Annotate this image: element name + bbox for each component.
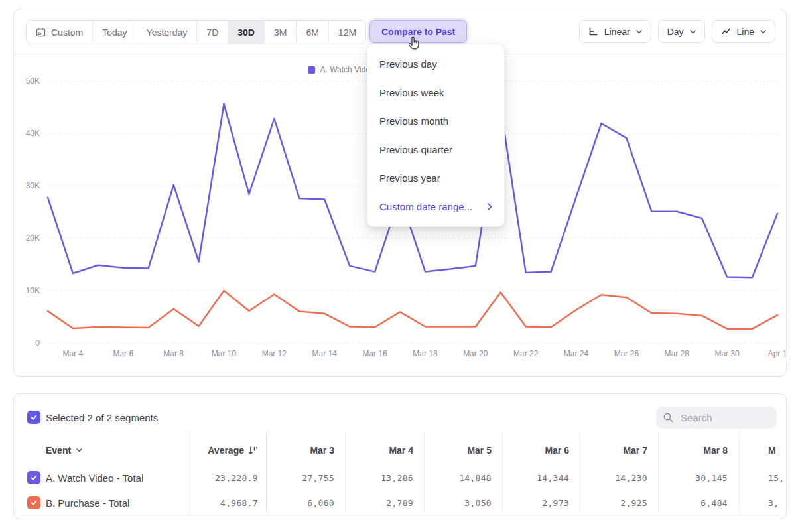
- chevron-down-icon: [760, 30, 766, 34]
- menu-item-previous-month[interactable]: Previous month: [367, 107, 504, 135]
- menu-item-previous-quarter[interactable]: Previous quarter: [367, 135, 504, 164]
- search-input[interactable]: [679, 411, 762, 424]
- sort-descending-icon: [248, 446, 258, 455]
- col-header-mar4[interactable]: Mar 4: [345, 440, 424, 460]
- y-axis-tick: 50K: [26, 76, 40, 86]
- compare-to-past-button[interactable]: Compare to Past: [369, 20, 467, 43]
- column-separator: [738, 432, 739, 512]
- compare-to-past-menu: Previous day Previous week Previous mont…: [367, 44, 505, 227]
- preset-yesterday[interactable]: Yesterday: [137, 21, 198, 44]
- scale-dropdown-label: Linear: [604, 27, 630, 37]
- x-axis-tick: Mar 14: [312, 349, 338, 358]
- cell-mar7: 14,230: [580, 468, 658, 488]
- cell-average: 23,228.9: [190, 468, 269, 488]
- cell-partial: 3,: [768, 493, 787, 513]
- check-icon: [30, 474, 38, 482]
- y-axis-tick: 20K: [26, 233, 40, 243]
- col-header-mar8[interactable]: Mar 8: [658, 440, 738, 460]
- row-label-watch-video[interactable]: A. Watch Video - Total: [46, 472, 143, 484]
- row-label-purchase[interactable]: B. Purchase - Total: [46, 498, 129, 509]
- check-icon: [30, 499, 38, 507]
- chevron-down-icon: [636, 30, 642, 34]
- series-line[interactable]: [48, 291, 777, 329]
- event-column-header[interactable]: Event: [46, 440, 82, 460]
- y-axis-tick: 10K: [26, 286, 40, 295]
- x-axis-tick: Mar 8: [163, 349, 184, 358]
- preset-7d[interactable]: 7D: [197, 21, 228, 44]
- x-axis-tick: Mar 10: [212, 349, 237, 358]
- x-axis-tick: Mar 28: [665, 349, 690, 358]
- interval-dropdown[interactable]: Day: [658, 20, 705, 43]
- preset-30d-selected[interactable]: 30D: [228, 21, 265, 44]
- chevron-down-icon: [690, 30, 696, 34]
- select-all-checkbox[interactable]: [27, 411, 40, 424]
- row-checkbox-watch-video[interactable]: [27, 471, 40, 484]
- x-axis-tick: Mar 22: [513, 349, 539, 358]
- menu-item-previous-week[interactable]: Previous week: [367, 78, 504, 107]
- cell-mar7: 2,925: [580, 493, 658, 513]
- menu-item-previous-day[interactable]: Previous day: [367, 50, 504, 78]
- scale-dropdown[interactable]: Linear: [579, 20, 651, 43]
- interval-dropdown-label: Day: [667, 27, 684, 37]
- chevron-down-icon: [76, 448, 82, 452]
- cell-mar8: 6,484: [658, 493, 738, 513]
- cell-mar6: 2,973: [502, 493, 580, 513]
- segments-header-row: Selected 2 of 2 segments: [14, 394, 786, 434]
- preset-3m[interactable]: 3M: [265, 21, 297, 44]
- row-checkbox-purchase[interactable]: [27, 496, 40, 509]
- col-header-partial[interactable]: M: [768, 440, 787, 460]
- date-range-presets: Custom Today Yesterday 7D 30D 3M 6M 12M: [26, 20, 366, 44]
- chart-type-dropdown-label: Line: [737, 27, 754, 37]
- menu-item-previous-year[interactable]: Previous year: [367, 164, 504, 192]
- x-axis-tick: Mar 4: [63, 349, 84, 358]
- segments-table-card: Selected 2 of 2 segments Event Average: [13, 393, 787, 519]
- cell-mar8: 30,145: [658, 468, 738, 488]
- col-header-mar3[interactable]: Mar 3: [269, 440, 345, 460]
- x-axis-tick: Mar 26: [614, 349, 639, 358]
- search-box[interactable]: [656, 407, 777, 429]
- col-header-mar6[interactable]: Mar 6: [502, 440, 580, 460]
- cell-mar4: 2,789: [345, 493, 424, 513]
- x-axis-tick: Mar 12: [262, 349, 287, 358]
- y-axis-tick: 0: [35, 338, 40, 348]
- chart-type-dropdown[interactable]: Line: [712, 20, 775, 43]
- cell-mar5: 14,848: [424, 468, 502, 488]
- chart-display-controls: Linear Day Line: [579, 20, 775, 43]
- preset-today[interactable]: Today: [93, 21, 137, 44]
- menu-item-custom-date-range[interactable]: Custom date range...: [367, 192, 504, 221]
- x-axis-tick: Mar 24: [564, 349, 589, 358]
- y-axis-tick: 40K: [26, 129, 40, 138]
- cell-mar3: 27,755: [269, 468, 345, 488]
- cell-average: 4,968.7: [190, 493, 269, 513]
- line-chart-icon: [721, 27, 731, 36]
- y-axis-tick: 30K: [26, 181, 40, 190]
- x-axis-tick: Mar 30: [714, 349, 740, 358]
- search-icon: [663, 412, 674, 423]
- preset-6m[interactable]: 6M: [297, 21, 328, 44]
- preset-custom[interactable]: Custom: [27, 21, 93, 44]
- cell-mar5: 3,050: [424, 493, 502, 513]
- x-axis-tick: Mar 18: [413, 349, 438, 358]
- col-header-mar5[interactable]: Mar 5: [424, 440, 502, 460]
- selected-segments-label: Selected 2 of 2 segments: [46, 412, 158, 423]
- calendar-icon: [36, 27, 46, 37]
- preset-custom-label: Custom: [51, 27, 83, 38]
- cell-partial: 15,: [768, 468, 787, 488]
- col-header-mar7[interactable]: Mar 7: [580, 440, 658, 460]
- preset-12m[interactable]: 12M: [329, 21, 365, 44]
- check-icon: [30, 413, 38, 421]
- cell-mar4: 13,286: [345, 468, 424, 488]
- x-axis-tick: Mar 16: [362, 349, 387, 358]
- average-column-header[interactable]: Average: [190, 440, 269, 460]
- x-axis-tick: Apr 1: [768, 349, 786, 358]
- cell-mar3: 6,060: [269, 493, 345, 513]
- linear-scale-icon: [588, 27, 598, 36]
- chevron-right-icon: [488, 203, 492, 210]
- x-axis-tick: Mar 6: [113, 349, 133, 358]
- cell-mar6: 14,344: [502, 468, 580, 488]
- x-axis-tick: Mar 20: [463, 349, 488, 358]
